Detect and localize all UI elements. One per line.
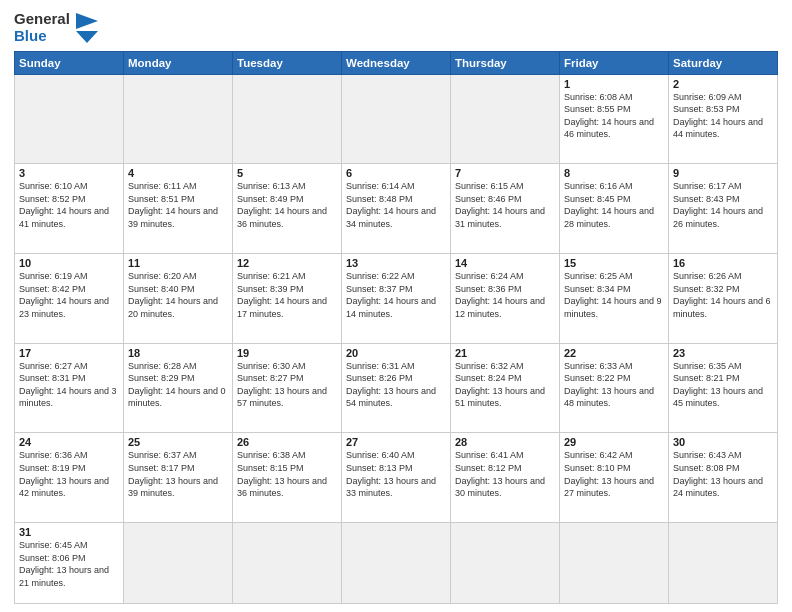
calendar-table: SundayMondayTuesdayWednesdayThursdayFrid… — [14, 51, 778, 605]
day-number: 1 — [564, 78, 664, 90]
day-number: 26 — [237, 436, 337, 448]
day-info: Sunrise: 6:31 AM Sunset: 8:26 PM Dayligh… — [346, 360, 446, 410]
calendar-cell: 8Sunrise: 6:16 AM Sunset: 8:45 PM Daylig… — [560, 164, 669, 254]
calendar-cell: 24Sunrise: 6:36 AM Sunset: 8:19 PM Dayli… — [15, 433, 124, 523]
day-info: Sunrise: 6:32 AM Sunset: 8:24 PM Dayligh… — [455, 360, 555, 410]
day-number: 14 — [455, 257, 555, 269]
calendar-cell — [15, 74, 124, 164]
day-number: 31 — [19, 526, 119, 538]
day-info: Sunrise: 6:09 AM Sunset: 8:53 PM Dayligh… — [673, 91, 773, 141]
day-info: Sunrise: 6:45 AM Sunset: 8:06 PM Dayligh… — [19, 539, 119, 589]
day-number: 15 — [564, 257, 664, 269]
logo-blue-text: Blue — [14, 27, 70, 44]
day-info: Sunrise: 6:19 AM Sunset: 8:42 PM Dayligh… — [19, 270, 119, 320]
weekday-header-friday: Friday — [560, 51, 669, 74]
calendar-cell: 15Sunrise: 6:25 AM Sunset: 8:34 PM Dayli… — [560, 253, 669, 343]
day-info: Sunrise: 6:20 AM Sunset: 8:40 PM Dayligh… — [128, 270, 228, 320]
calendar-cell: 22Sunrise: 6:33 AM Sunset: 8:22 PM Dayli… — [560, 343, 669, 433]
calendar-cell — [233, 74, 342, 164]
day-number: 23 — [673, 347, 773, 359]
calendar-cell: 11Sunrise: 6:20 AM Sunset: 8:40 PM Dayli… — [124, 253, 233, 343]
calendar-week-row: 10Sunrise: 6:19 AM Sunset: 8:42 PM Dayli… — [15, 253, 778, 343]
svg-marker-1 — [76, 31, 98, 43]
day-number: 10 — [19, 257, 119, 269]
calendar-cell — [560, 523, 669, 604]
weekday-header-tuesday: Tuesday — [233, 51, 342, 74]
day-info: Sunrise: 6:13 AM Sunset: 8:49 PM Dayligh… — [237, 180, 337, 230]
header: General Blue — [14, 10, 778, 45]
day-info: Sunrise: 6:41 AM Sunset: 8:12 PM Dayligh… — [455, 449, 555, 499]
calendar-cell: 21Sunrise: 6:32 AM Sunset: 8:24 PM Dayli… — [451, 343, 560, 433]
day-info: Sunrise: 6:14 AM Sunset: 8:48 PM Dayligh… — [346, 180, 446, 230]
day-number: 13 — [346, 257, 446, 269]
day-number: 4 — [128, 167, 228, 179]
weekday-header-sunday: Sunday — [15, 51, 124, 74]
calendar-cell: 16Sunrise: 6:26 AM Sunset: 8:32 PM Dayli… — [669, 253, 778, 343]
logo-general-text: General — [14, 10, 70, 27]
day-info: Sunrise: 6:38 AM Sunset: 8:15 PM Dayligh… — [237, 449, 337, 499]
calendar-cell — [124, 74, 233, 164]
calendar-cell: 17Sunrise: 6:27 AM Sunset: 8:31 PM Dayli… — [15, 343, 124, 433]
svg-marker-0 — [76, 13, 98, 29]
day-info: Sunrise: 6:25 AM Sunset: 8:34 PM Dayligh… — [564, 270, 664, 320]
day-number: 19 — [237, 347, 337, 359]
day-info: Sunrise: 6:33 AM Sunset: 8:22 PM Dayligh… — [564, 360, 664, 410]
day-number: 9 — [673, 167, 773, 179]
calendar-cell — [124, 523, 233, 604]
calendar-cell: 1Sunrise: 6:08 AM Sunset: 8:55 PM Daylig… — [560, 74, 669, 164]
page: General Blue SundayMondayTuesdayWednesda… — [0, 0, 792, 612]
day-number: 22 — [564, 347, 664, 359]
calendar-cell: 23Sunrise: 6:35 AM Sunset: 8:21 PM Dayli… — [669, 343, 778, 433]
day-number: 7 — [455, 167, 555, 179]
calendar-cell: 20Sunrise: 6:31 AM Sunset: 8:26 PM Dayli… — [342, 343, 451, 433]
calendar-cell: 10Sunrise: 6:19 AM Sunset: 8:42 PM Dayli… — [15, 253, 124, 343]
calendar-cell: 12Sunrise: 6:21 AM Sunset: 8:39 PM Dayli… — [233, 253, 342, 343]
calendar-week-row: 3Sunrise: 6:10 AM Sunset: 8:52 PM Daylig… — [15, 164, 778, 254]
calendar-week-row: 17Sunrise: 6:27 AM Sunset: 8:31 PM Dayli… — [15, 343, 778, 433]
calendar-cell: 14Sunrise: 6:24 AM Sunset: 8:36 PM Dayli… — [451, 253, 560, 343]
calendar-cell — [669, 523, 778, 604]
day-number: 8 — [564, 167, 664, 179]
calendar-week-row: 31Sunrise: 6:45 AM Sunset: 8:06 PM Dayli… — [15, 523, 778, 604]
day-info: Sunrise: 6:28 AM Sunset: 8:29 PM Dayligh… — [128, 360, 228, 410]
day-info: Sunrise: 6:30 AM Sunset: 8:27 PM Dayligh… — [237, 360, 337, 410]
calendar-cell — [233, 523, 342, 604]
day-info: Sunrise: 6:35 AM Sunset: 8:21 PM Dayligh… — [673, 360, 773, 410]
day-number: 17 — [19, 347, 119, 359]
calendar-cell: 30Sunrise: 6:43 AM Sunset: 8:08 PM Dayli… — [669, 433, 778, 523]
calendar-cell: 31Sunrise: 6:45 AM Sunset: 8:06 PM Dayli… — [15, 523, 124, 604]
day-number: 16 — [673, 257, 773, 269]
calendar-cell: 5Sunrise: 6:13 AM Sunset: 8:49 PM Daylig… — [233, 164, 342, 254]
day-info: Sunrise: 6:22 AM Sunset: 8:37 PM Dayligh… — [346, 270, 446, 320]
calendar-cell: 4Sunrise: 6:11 AM Sunset: 8:51 PM Daylig… — [124, 164, 233, 254]
day-number: 18 — [128, 347, 228, 359]
calendar-cell: 28Sunrise: 6:41 AM Sunset: 8:12 PM Dayli… — [451, 433, 560, 523]
day-info: Sunrise: 6:21 AM Sunset: 8:39 PM Dayligh… — [237, 270, 337, 320]
day-number: 29 — [564, 436, 664, 448]
day-info: Sunrise: 6:08 AM Sunset: 8:55 PM Dayligh… — [564, 91, 664, 141]
day-info: Sunrise: 6:17 AM Sunset: 8:43 PM Dayligh… — [673, 180, 773, 230]
day-number: 12 — [237, 257, 337, 269]
logo-triangle-icon — [76, 13, 98, 43]
day-number: 30 — [673, 436, 773, 448]
calendar-cell: 18Sunrise: 6:28 AM Sunset: 8:29 PM Dayli… — [124, 343, 233, 433]
day-info: Sunrise: 6:16 AM Sunset: 8:45 PM Dayligh… — [564, 180, 664, 230]
calendar-week-row: 1Sunrise: 6:08 AM Sunset: 8:55 PM Daylig… — [15, 74, 778, 164]
calendar-cell — [451, 74, 560, 164]
calendar-cell: 29Sunrise: 6:42 AM Sunset: 8:10 PM Dayli… — [560, 433, 669, 523]
day-info: Sunrise: 6:37 AM Sunset: 8:17 PM Dayligh… — [128, 449, 228, 499]
calendar-cell: 26Sunrise: 6:38 AM Sunset: 8:15 PM Dayli… — [233, 433, 342, 523]
weekday-header-wednesday: Wednesday — [342, 51, 451, 74]
calendar-cell: 27Sunrise: 6:40 AM Sunset: 8:13 PM Dayli… — [342, 433, 451, 523]
day-number: 24 — [19, 436, 119, 448]
day-info: Sunrise: 6:11 AM Sunset: 8:51 PM Dayligh… — [128, 180, 228, 230]
calendar-cell — [451, 523, 560, 604]
day-number: 25 — [128, 436, 228, 448]
day-number: 27 — [346, 436, 446, 448]
day-number: 28 — [455, 436, 555, 448]
day-number: 2 — [673, 78, 773, 90]
calendar-cell: 13Sunrise: 6:22 AM Sunset: 8:37 PM Dayli… — [342, 253, 451, 343]
weekday-header-thursday: Thursday — [451, 51, 560, 74]
day-info: Sunrise: 6:36 AM Sunset: 8:19 PM Dayligh… — [19, 449, 119, 499]
calendar-cell: 19Sunrise: 6:30 AM Sunset: 8:27 PM Dayli… — [233, 343, 342, 433]
